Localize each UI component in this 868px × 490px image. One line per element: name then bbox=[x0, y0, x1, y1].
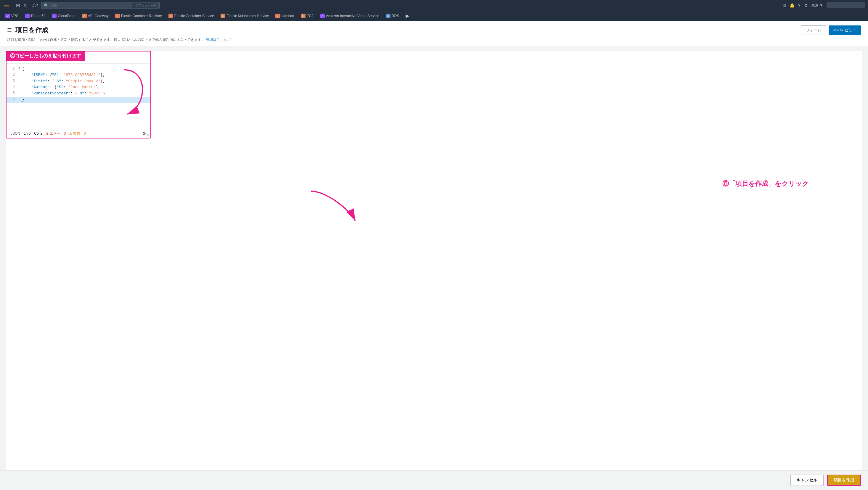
bookmark-cloudfront[interactable]: C CloudFront bbox=[49, 12, 78, 20]
create-item-button[interactable]: 項目を作成 bbox=[827, 475, 861, 486]
ecr-icon: E bbox=[115, 13, 120, 18]
form-button[interactable]: フォーム bbox=[801, 26, 826, 35]
bookmark-ec2[interactable]: E EC2 bbox=[298, 12, 316, 20]
bell-icon[interactable]: 🔔 bbox=[789, 3, 795, 8]
cloudfront-icon: C bbox=[52, 13, 57, 18]
line-content-1: { bbox=[22, 66, 24, 72]
line-num-1: 1 bbox=[6, 66, 18, 72]
bookmarks-bar: V VPC R Route 53 C CloudFront A API Gate… bbox=[0, 11, 868, 21]
bookmark-ec2-label: EC2 bbox=[307, 14, 313, 18]
search-bar[interactable]: 🔍 [オプション+S] bbox=[41, 2, 160, 9]
code-line-6: 6 } bbox=[6, 97, 150, 103]
line-content-5: "PublicationYear": {"N": "2023"} bbox=[22, 91, 105, 97]
line-num-4: 4 bbox=[6, 84, 18, 90]
eks-icon: E bbox=[221, 13, 225, 18]
code-line-4: 4 "Author": {"S": "Jane Smith"}, bbox=[6, 84, 150, 91]
line-num-5: 5 bbox=[6, 91, 18, 96]
lambda-icon: λ bbox=[275, 13, 280, 18]
line-num-2: 2 bbox=[6, 72, 18, 78]
hamburger-menu[interactable]: ☰ bbox=[7, 27, 12, 33]
bookmark-ecr-label: Elastic Container Registry bbox=[121, 14, 162, 18]
details-link[interactable]: 詳細はこちら bbox=[206, 38, 227, 42]
status-warn: ⚠ 警告：0 bbox=[69, 131, 86, 136]
bookmark-ivs-label: Amazon Interactive Video Service bbox=[326, 14, 379, 18]
toggle-label[interactable]: DynamoDB JSON の表示 bbox=[35, 55, 79, 60]
header-buttons: フォーム JSON ビュー bbox=[801, 26, 861, 35]
status-error: ⊗ エラー：0 bbox=[46, 131, 66, 136]
code-line-5: 5 "PublicationYear": {"N": "2023"} bbox=[6, 91, 150, 97]
grid-icon[interactable]: ⊞ bbox=[15, 2, 21, 9]
top-nav: aws ⊞ サービス 🔍 [オプション+S] ⊡ 🔔 ? ⚙ 東京 ▼ bbox=[0, 0, 868, 11]
region-selector[interactable]: 東京 ▼ bbox=[811, 3, 823, 8]
editor-header: 属性 DynamoDB JSON の表示 bbox=[6, 52, 150, 64]
aws-logo[interactable]: aws bbox=[3, 2, 12, 8]
ivs-icon: A bbox=[320, 13, 325, 18]
toggle-thumb bbox=[28, 55, 33, 60]
bookmark-cloudfront-label: CloudFront bbox=[58, 14, 75, 18]
search-icon: 🔍 bbox=[44, 3, 49, 8]
nav-icons: ⊡ 🔔 ? ⚙ 東京 ▼ bbox=[782, 2, 865, 8]
error-icon: ⊗ bbox=[46, 132, 49, 135]
line-arrow-1: ▼ bbox=[18, 66, 22, 71]
status-type: JSON bbox=[11, 131, 20, 135]
account-menu[interactable] bbox=[827, 2, 865, 8]
code-line-1: 1 ▼ { bbox=[6, 66, 150, 72]
bookmark-ecs-label: Elastic Container Service bbox=[174, 14, 214, 18]
line-content-4: "Author": {"S": "Jane Smith"}, bbox=[22, 84, 100, 91]
svg-text:aws: aws bbox=[4, 4, 9, 7]
editor-box: 属性 DynamoDB JSON の表示 1 ▼ { bbox=[6, 51, 151, 138]
cancel-button[interactable]: キャンセル bbox=[790, 475, 824, 486]
footer-buttons: キャンセル 項目を作成 bbox=[0, 470, 868, 490]
ec2-icon: E bbox=[301, 13, 306, 18]
attribute-label: 属性 bbox=[11, 55, 19, 60]
json-view-button[interactable]: JSON ビュー bbox=[829, 26, 861, 35]
bookmark-rds[interactable]: R RDS bbox=[383, 12, 402, 20]
code-editor[interactable]: 1 ▼ { 2 "ISBN": {"S": "978-0987654321"}, bbox=[6, 64, 150, 129]
content-wrapper: 属性 DynamoDB JSON の表示 1 ▼ { bbox=[0, 46, 868, 470]
editor-settings-icon[interactable]: ⚙ bbox=[143, 131, 146, 136]
bookmark-eks[interactable]: E Elastic Kubernetes Service bbox=[218, 12, 272, 20]
warn-icon: ⚠ bbox=[69, 132, 72, 135]
bookmark-rds-label: RDS bbox=[392, 14, 399, 18]
help-icon[interactable]: ? bbox=[798, 3, 801, 8]
toggle-switch[interactable]: DynamoDB JSON の表示 bbox=[23, 55, 79, 60]
vpc-icon: V bbox=[5, 13, 10, 18]
bookmark-more[interactable]: ▶ bbox=[403, 12, 412, 20]
bookmark-apigateway-label: API Gateway bbox=[88, 14, 108, 18]
bookmark-lambda[interactable]: λ Lambda bbox=[272, 12, 297, 20]
bookmark-ecr[interactable]: E Elastic Container Registry bbox=[112, 12, 165, 20]
settings-icon[interactable]: ⚙ bbox=[804, 3, 808, 8]
line-content-3: "Title": {"S": "Sample Book 2"}, bbox=[22, 78, 105, 85]
service-label[interactable]: サービス bbox=[23, 3, 39, 8]
toggle-track[interactable] bbox=[23, 55, 33, 60]
line-content-6: } bbox=[22, 97, 24, 103]
bookmark-route53-label: Route 53 bbox=[31, 14, 45, 18]
search-input[interactable] bbox=[50, 3, 130, 7]
code-line-2: 2 "ISBN": {"S": "978-0987654321"}, bbox=[6, 72, 150, 78]
page-header: ☰ 項目を作成 フォーム JSON ビュー 項目を追加・削除、または作成・更新・… bbox=[0, 21, 868, 46]
bookmark-lambda-label: Lambda bbox=[281, 14, 294, 18]
route53-icon: R bbox=[25, 13, 30, 18]
line-num-3: 3 bbox=[6, 78, 18, 84]
rds-icon: R bbox=[386, 13, 391, 18]
resize-handle[interactable]: ⇲ bbox=[146, 133, 149, 137]
status-pos: Ln 6、Col 2 bbox=[24, 131, 42, 136]
search-shortcut: [オプション+S] bbox=[132, 3, 157, 8]
bookmark-vpc[interactable]: V VPC bbox=[2, 12, 22, 20]
ecs-icon: E bbox=[168, 13, 173, 18]
editor-panel: 属性 DynamoDB JSON の表示 1 ▼ { bbox=[6, 51, 151, 138]
line-num-6: 6 bbox=[6, 97, 18, 102]
page-description: 項目を追加・削除、または作成・更新・削除することができます。最大 32 レベルの… bbox=[7, 37, 861, 42]
bookmark-eks-label: Elastic Kubernetes Service bbox=[226, 14, 269, 18]
apigateway-icon: A bbox=[82, 13, 87, 18]
bookmark-vpc-label: VPC bbox=[11, 14, 19, 18]
status-bar: JSON Ln 6、Col 2 ⊗ エラー：0 ⚠ 警告：0 ⚙ bbox=[6, 129, 150, 138]
code-line-3: 3 "Title": {"S": "Sample Book 2"}, bbox=[6, 78, 150, 85]
editor-empty-space bbox=[6, 103, 150, 127]
bookmark-ivs[interactable]: A Amazon Interactive Video Service bbox=[317, 12, 382, 20]
terminal-icon[interactable]: ⊡ bbox=[782, 3, 786, 8]
bookmark-route53[interactable]: R Route 53 bbox=[22, 12, 49, 20]
bookmark-ecs[interactable]: E Elastic Container Service bbox=[165, 12, 217, 20]
bookmark-apigateway[interactable]: A API Gateway bbox=[79, 12, 112, 20]
page-title: 項目を作成 bbox=[16, 26, 48, 35]
